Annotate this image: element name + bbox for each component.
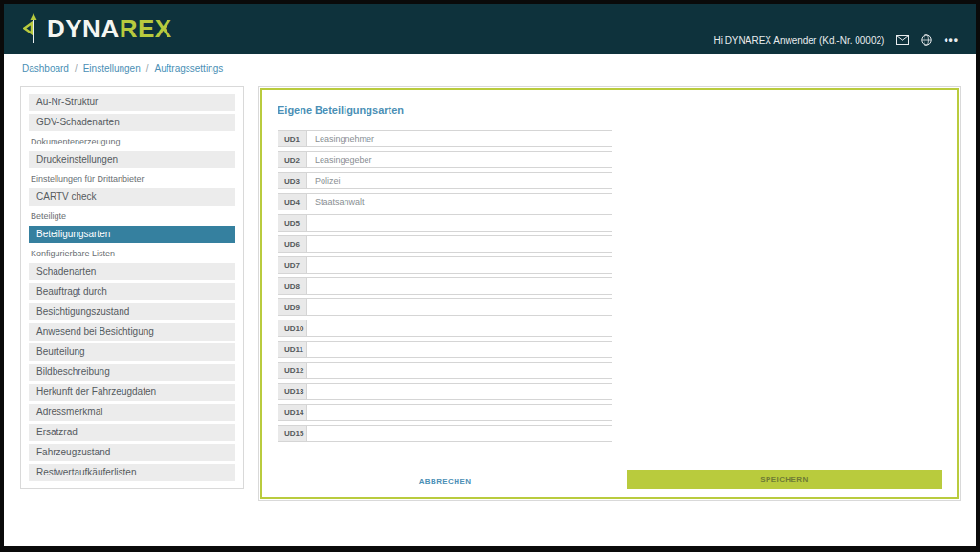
field-row-ud12: UD12 xyxy=(278,362,612,379)
field-row-ud13: UD13 xyxy=(278,383,612,400)
field-row-ud15: UD15 xyxy=(278,425,612,442)
field-input-ud5[interactable] xyxy=(306,214,612,232)
page-title: Eigene Beteiligungsarten xyxy=(278,104,612,121)
sidebar-item-anwesend-bei-besichtigung[interactable]: Anwesend bei Besichtigung xyxy=(29,323,235,341)
cancel-button[interactable]: ABBRECHEN xyxy=(419,477,472,486)
field-row-ud3: UD3 xyxy=(278,172,612,189)
sidebar-item-beteiligungsarten[interactable]: Beteiligungsarten xyxy=(29,226,235,243)
field-row-ud8: UD8 xyxy=(278,277,612,295)
more-icon[interactable]: ••• xyxy=(944,34,959,46)
field-label-ud10: UD10 xyxy=(278,320,306,337)
field-input-ud4[interactable] xyxy=(306,193,612,210)
sidebar-item-adressmerkmal[interactable]: Adressmerkmal xyxy=(29,404,235,421)
field-label-ud13: UD13 xyxy=(278,383,306,400)
breadcrumb-separator: / xyxy=(146,63,149,74)
field-row-ud10: UD10 xyxy=(278,320,612,337)
content-area: Au-Nr-Struktur GDV-Schadenarten Dokument… xyxy=(4,83,976,501)
settings-sidebar: Au-Nr-Struktur GDV-Schadenarten Dokument… xyxy=(20,86,244,489)
sidebar-item-schadenarten[interactable]: Schadenarten xyxy=(29,263,235,280)
breadcrumb-dashboard[interactable]: Dashboard xyxy=(22,63,69,74)
field-input-ud15[interactable] xyxy=(306,425,612,442)
sidebar-item-besichtigungszustand[interactable]: Besichtigungszustand xyxy=(29,303,235,320)
field-input-ud2[interactable] xyxy=(306,151,612,168)
field-row-ud6: UD6 xyxy=(278,235,612,253)
field-input-ud3[interactable] xyxy=(306,172,612,189)
header-user-area: Hi DYNAREX Anwender (Kd.-Nr. 00002) ••• xyxy=(713,4,959,54)
breadcrumb-separator: / xyxy=(75,63,78,74)
sidebar-item-bildbeschreibung[interactable]: Bildbeschreibung xyxy=(29,364,235,381)
sidebar-item-herkunft-der-fahrzeugdaten[interactable]: Herkunft der Fahrzeugdaten xyxy=(29,384,235,401)
sidebar-item-beauftragt-durch[interactable]: Beauftragt durch xyxy=(29,283,235,300)
sidebar-item-druckeinstellungen[interactable]: Druckeinstellungen xyxy=(29,151,235,168)
sidebar-item-beurteilung[interactable]: Beurteilung xyxy=(29,343,235,361)
app-logo[interactable]: DYNA REX xyxy=(23,4,172,54)
field-row-ud14: UD14 xyxy=(278,404,612,421)
sidebar-item-gdv-schadenarten[interactable]: GDV-Schadenarten xyxy=(29,114,235,131)
main-panel-inner: Eigene Beteiligungsarten UD1 UD2 UD3 UD4… xyxy=(260,88,959,499)
logo-text-rex: REX xyxy=(120,16,172,41)
field-input-ud1[interactable] xyxy=(306,130,612,147)
field-label-ud12: UD12 xyxy=(278,362,306,379)
button-row: ABBRECHEN SPEICHERN xyxy=(278,470,942,489)
breadcrumb-auftragssettings[interactable]: Auftragssettings xyxy=(155,63,224,74)
sidebar-item-cartv-check[interactable]: CARTV check xyxy=(29,188,235,206)
sidebar-header-beteiligte: Beteiligte xyxy=(29,209,235,224)
field-label-ud2: UD2 xyxy=(278,151,306,168)
field-input-ud9[interactable] xyxy=(306,298,612,316)
mail-icon[interactable] xyxy=(896,34,909,46)
sidebar-item-au-nr-struktur[interactable]: Au-Nr-Struktur xyxy=(29,94,235,111)
sidebar-item-fahrzeugzustand[interactable]: Fahrzeugzustand xyxy=(29,444,235,461)
field-label-ud4: UD4 xyxy=(278,193,306,210)
sidebar-header-dokumentenerzeugung: Dokumentenerzeugung xyxy=(29,134,235,149)
breadcrumb: Dashboard / Einstellungen / Auftragssett… xyxy=(4,54,976,83)
field-label-ud15: UD15 xyxy=(278,425,306,442)
field-input-ud13[interactable] xyxy=(306,383,612,400)
globe-icon[interactable] xyxy=(921,34,932,46)
field-label-ud9: UD9 xyxy=(278,298,306,316)
breadcrumb-einstellungen[interactable]: Einstellungen xyxy=(83,63,141,74)
field-row-ud7: UD7 xyxy=(278,256,612,274)
logo-text-dyna: DYNA xyxy=(47,16,120,41)
app-header: DYNA REX Hi DYNAREX Anwender (Kd.-Nr. 00… xyxy=(4,4,976,54)
sidebar-header-konfigurierbare-listen: Konfigurierbare Listen xyxy=(29,246,235,261)
sidebar-item-restwertaufkaeuferlisten[interactable]: Restwertaufkäuferlisten xyxy=(29,464,235,481)
field-label-ud11: UD11 xyxy=(278,341,306,358)
sidebar-header-drittanbieter: Einstellungen für Drittanbieter xyxy=(29,171,235,187)
sidebar-item-ersatzrad[interactable]: Ersatzrad xyxy=(29,424,235,441)
field-label-ud3: UD3 xyxy=(278,172,306,189)
field-input-ud14[interactable] xyxy=(306,404,612,421)
field-input-ud10[interactable] xyxy=(306,320,612,337)
dynarex-logo-icon xyxy=(23,13,44,44)
field-row-ud5: UD5 xyxy=(278,214,612,232)
field-label-ud6: UD6 xyxy=(278,235,306,253)
field-input-ud12[interactable] xyxy=(306,362,612,379)
field-label-ud7: UD7 xyxy=(278,256,306,274)
field-input-ud11[interactable] xyxy=(306,341,612,358)
field-row-ud4: UD4 xyxy=(278,193,612,210)
cancel-zone: ABBRECHEN xyxy=(278,471,612,488)
field-input-ud7[interactable] xyxy=(306,256,612,274)
field-row-ud1: UD1 xyxy=(278,130,612,147)
field-row-ud9: UD9 xyxy=(278,298,612,316)
logo-text: DYNA REX xyxy=(47,16,172,41)
field-row-ud2: UD2 xyxy=(278,151,612,168)
field-label-ud1: UD1 xyxy=(278,130,306,147)
user-greeting: Hi DYNAREX Anwender (Kd.-Nr. 00002) xyxy=(713,35,884,46)
field-input-ud8[interactable] xyxy=(306,277,612,295)
main-panel: Eigene Beteiligungsarten UD1 UD2 UD3 UD4… xyxy=(258,86,961,501)
field-row-ud11: UD11 xyxy=(278,341,612,358)
save-button[interactable]: SPEICHERN xyxy=(627,470,942,489)
field-label-ud5: UD5 xyxy=(278,214,306,232)
field-label-ud8: UD8 xyxy=(278,277,306,295)
field-label-ud14: UD14 xyxy=(278,404,306,421)
field-input-ud6[interactable] xyxy=(306,235,612,253)
